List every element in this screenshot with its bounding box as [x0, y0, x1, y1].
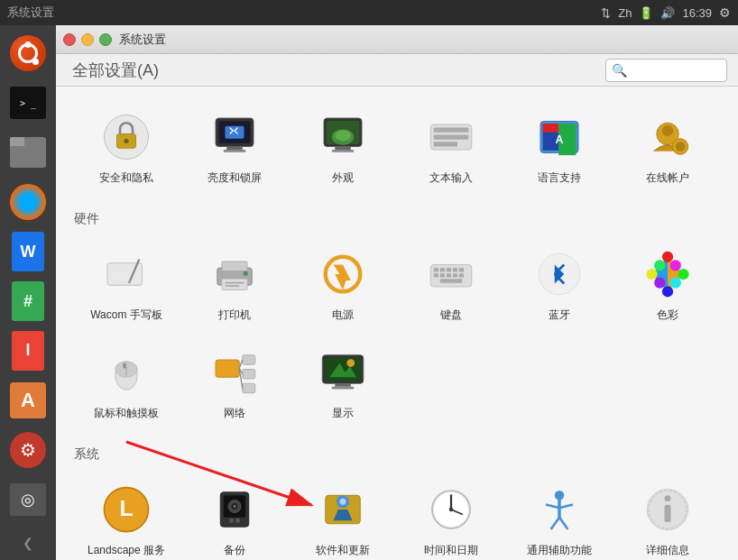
- terminal-icon: [10, 87, 46, 119]
- brightness-item[interactable]: 亮度和锁屏: [182, 101, 287, 193]
- top-bar-left: 系统设置: [7, 5, 54, 21]
- svg-point-54: [670, 260, 681, 271]
- personal-section-grid: 安全和隐私 亮度和锁屏: [74, 101, 720, 193]
- language-item[interactable]: A 语言支持: [507, 101, 612, 193]
- appearance-item[interactable]: 外观: [291, 101, 395, 193]
- svg-point-98: [665, 495, 671, 501]
- mouse-item[interactable]: 鼠标和触摸板: [74, 336, 179, 428]
- sidebar-item-files[interactable]: [4, 130, 52, 176]
- software-label: 软件和更新: [316, 544, 370, 558]
- svg-rect-61: [124, 363, 126, 369]
- sidebar-item-impress[interactable]: [4, 328, 52, 374]
- sidebar-item-calc[interactable]: [4, 279, 52, 325]
- close-button[interactable]: [63, 33, 76, 46]
- svg-rect-44: [440, 273, 445, 277]
- battery-icon: 🔋: [639, 6, 653, 20]
- top-bar: 系统设置 ⇅ Zh 🔋 🔊 16:39 ⚙: [0, 0, 738, 25]
- svg-point-11: [335, 130, 351, 141]
- online-label: 在线帐户: [646, 171, 689, 186]
- svg-point-81: [229, 518, 234, 522]
- svg-point-56: [654, 277, 665, 288]
- network-label: 网络: [224, 407, 245, 421]
- text-input-label: 文本输入: [429, 171, 473, 186]
- network-item[interactable]: 网络: [182, 336, 287, 428]
- sidebar-item-terminal[interactable]: [4, 80, 52, 126]
- text-input-icon: [426, 112, 476, 162]
- svg-rect-48: [440, 279, 463, 282]
- accessibility-item[interactable]: 通用辅助功能: [507, 473, 612, 560]
- sidebar-item-settings[interactable]: [4, 427, 52, 473]
- svg-rect-39: [440, 268, 445, 271]
- security-item[interactable]: 安全和隐私: [74, 101, 179, 193]
- sidebar-item-disk[interactable]: [4, 476, 52, 522]
- online-item[interactable]: 在线帐户: [615, 101, 720, 193]
- svg-rect-62: [216, 360, 239, 377]
- svg-rect-15: [434, 128, 469, 133]
- system-section-title: 系统: [74, 446, 720, 463]
- svg-rect-64: [243, 370, 255, 380]
- ubuntu-logo: [10, 35, 46, 71]
- svg-point-55: [670, 277, 681, 288]
- svg-line-66: [239, 360, 243, 369]
- sidebar-item-ubuntu[interactable]: [4, 31, 52, 77]
- toolbar: 全部设置(A) 🔍: [56, 54, 738, 87]
- svg-point-26: [676, 142, 686, 151]
- color-icon: [642, 249, 693, 299]
- svg-point-50: [662, 251, 673, 262]
- info-item[interactable]: 详细信息: [615, 473, 720, 560]
- landscape-label: Landscape 服务: [88, 544, 165, 558]
- svg-line-96: [559, 518, 567, 528]
- system-settings-icon[interactable]: ⚙: [719, 5, 731, 20]
- keyboard-icon: [426, 249, 476, 299]
- power-label: 电源: [332, 308, 354, 323]
- accessibility-label: 通用辅助功能: [527, 544, 592, 558]
- back-button[interactable]: 全部设置(A): [67, 58, 164, 83]
- info-icon: [642, 484, 693, 535]
- svg-rect-72: [335, 383, 351, 387]
- mouse-label: 鼠标和触摸板: [94, 407, 159, 421]
- svg-line-93: [547, 505, 559, 509]
- ime-indicator[interactable]: Zh: [618, 6, 632, 20]
- software-item[interactable]: 软件和更新: [291, 473, 395, 560]
- power-item[interactable]: 电源: [291, 238, 395, 330]
- minimize-button[interactable]: [81, 33, 94, 46]
- datetime-item[interactable]: 时间和日期: [399, 473, 503, 560]
- wacom-item[interactable]: Wacom 手写板: [74, 238, 179, 330]
- writer-icon: [12, 232, 44, 271]
- display-item[interactable]: 显示: [291, 336, 395, 428]
- svg-point-52: [662, 286, 673, 297]
- system-section-grid: L Landscape 服务: [74, 473, 720, 560]
- svg-rect-99: [665, 505, 671, 522]
- display-label: 显示: [332, 407, 354, 421]
- search-input[interactable]: [631, 63, 721, 77]
- bluetooth-icon: [534, 249, 585, 299]
- keyboard-item[interactable]: 键盘: [399, 238, 503, 330]
- svg-point-85: [340, 499, 346, 505]
- svg-point-24: [662, 125, 673, 136]
- wacom-icon: [101, 249, 152, 299]
- bluetooth-item[interactable]: 蓝牙: [507, 238, 612, 330]
- sidebar-item-writer[interactable]: [4, 229, 52, 275]
- backup-item[interactable]: 备份: [182, 473, 287, 560]
- software-icon: [318, 484, 368, 535]
- color-label: 色彩: [657, 308, 678, 323]
- sidebar-expand-arrow[interactable]: ❮: [21, 526, 35, 560]
- maximize-button[interactable]: [99, 33, 112, 46]
- sidebar-item-font[interactable]: [4, 377, 52, 423]
- settings-icon: [10, 432, 46, 468]
- sidebar-item-firefox[interactable]: [4, 179, 52, 225]
- window-titlebar: 系统设置: [56, 25, 738, 54]
- disk-icon: [10, 483, 46, 516]
- svg-point-57: [654, 260, 665, 271]
- text-input-item[interactable]: 文本输入: [399, 101, 503, 193]
- svg-point-2: [124, 139, 128, 143]
- svg-point-82: [235, 518, 240, 522]
- accessibility-icon: [534, 484, 585, 535]
- color-item[interactable]: 色彩: [615, 238, 720, 330]
- search-icon: 🔍: [612, 63, 627, 78]
- printer-item[interactable]: 打印机: [182, 238, 287, 330]
- bluetooth-label: 蓝牙: [549, 308, 570, 323]
- window-controls: [63, 33, 112, 46]
- svg-rect-47: [459, 273, 464, 277]
- landscape-item[interactable]: L Landscape 服务: [74, 473, 179, 560]
